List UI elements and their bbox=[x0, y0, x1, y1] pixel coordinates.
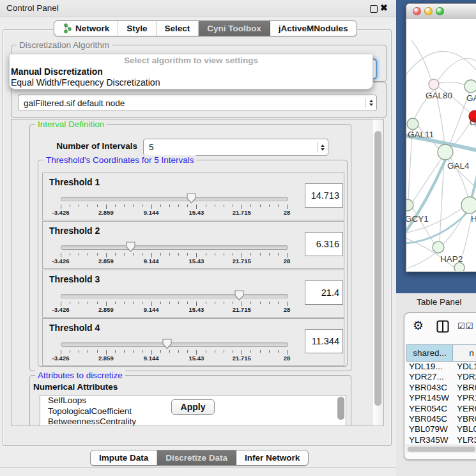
tab-select[interactable]: Select bbox=[157, 21, 199, 36]
slider-tick bbox=[269, 204, 270, 207]
slider-thumb[interactable] bbox=[186, 192, 197, 204]
scrollbar-thumb[interactable] bbox=[374, 131, 381, 406]
num-intervals-combo[interactable]: 5 bbox=[143, 139, 328, 156]
table-row[interactable]: YBR045CYBR0 bbox=[406, 414, 476, 424]
table-panel-title: Table Panel bbox=[417, 297, 462, 307]
node-label: HAP2 bbox=[440, 254, 463, 264]
slider-tick bbox=[187, 204, 188, 207]
gear-icon[interactable]: ⚙ bbox=[413, 318, 424, 333]
tab-label: Network bbox=[75, 24, 109, 33]
combo-spinner-icon[interactable] bbox=[365, 98, 376, 109]
table-row[interactable]: YBL079WYBL0 bbox=[406, 424, 476, 434]
slider-tick bbox=[278, 253, 279, 256]
slider-tick bbox=[233, 350, 233, 353]
settings-vertical-scrollbar[interactable] bbox=[372, 119, 383, 426]
tab-cyni-toolbox[interactable]: Cyni Toolbox bbox=[199, 21, 270, 36]
tab-infer-network[interactable]: Infer Network bbox=[236, 450, 308, 465]
threshold-value-field[interactable]: 21.4 bbox=[305, 280, 343, 305]
slider-tick bbox=[187, 253, 188, 256]
threshold-value-field[interactable]: 6.316 bbox=[305, 232, 343, 256]
table-horizontal-scrollbar[interactable] bbox=[406, 445, 476, 453]
tab-jactivemnodules[interactable]: jActiveMNodules bbox=[270, 21, 357, 36]
slider-tick bbox=[250, 302, 251, 304]
column-header-shared[interactable]: shared... bbox=[406, 344, 453, 362]
slider-thumb[interactable] bbox=[162, 337, 173, 349]
mac-close-icon[interactable] bbox=[413, 7, 421, 15]
hscrollbar-thumb[interactable] bbox=[408, 447, 475, 452]
network-canvas[interactable]: GAL80GACGAL11GAL4GCY1HAHAP2 bbox=[406, 19, 476, 271]
cell-name: YDR2 bbox=[454, 372, 476, 382]
slider-tick bbox=[97, 253, 98, 256]
slider-tick bbox=[206, 204, 206, 207]
num-intervals-spinner-icon[interactable] bbox=[317, 142, 328, 153]
slider-tick-label: 2.859 bbox=[87, 209, 125, 216]
slider-track[interactable] bbox=[61, 197, 288, 201]
tab-network[interactable]: Network bbox=[54, 21, 118, 36]
slider-thumb[interactable] bbox=[125, 240, 136, 252]
network-window-titlebar[interactable] bbox=[406, 4, 476, 19]
tab-impute-data[interactable]: Impute Data bbox=[91, 450, 157, 465]
close-icon[interactable]: ✖ bbox=[380, 3, 388, 13]
network-edge bbox=[443, 210, 466, 243]
num-intervals-label: Number of Intervals bbox=[56, 141, 137, 151]
slider-tick bbox=[169, 253, 170, 256]
slider-tick bbox=[233, 302, 233, 304]
columns-icon[interactable] bbox=[436, 320, 449, 333]
slider-tick bbox=[206, 350, 206, 353]
slider-tick bbox=[115, 204, 116, 207]
table-rows: YDL19...YDL1YDR27...YDR2YBR043CYBR0YPR14… bbox=[406, 362, 476, 445]
slider-tick bbox=[88, 204, 88, 207]
control-panel-titlebar: Control Panel ✖ bbox=[0, 0, 396, 17]
algorithm-option[interactable]: Equal Width/Frequency Discretization bbox=[10, 77, 372, 88]
node-label: HA bbox=[471, 214, 476, 224]
slider-tick bbox=[160, 350, 161, 353]
network-node[interactable] bbox=[406, 199, 413, 211]
tab-style[interactable]: Style bbox=[118, 21, 156, 36]
table-row[interactable]: YDL19...YDL1 bbox=[406, 362, 476, 372]
control-panel-tabs: NetworkStyleSelectCyni ToolboxjActiveMNo… bbox=[54, 20, 357, 36]
mac-minimize-icon[interactable] bbox=[424, 7, 433, 15]
column-header-name[interactable]: n bbox=[452, 344, 476, 362]
tab-label: Cyni Toolbox bbox=[207, 24, 261, 33]
network-node[interactable] bbox=[407, 118, 418, 130]
slider-tick bbox=[88, 350, 88, 353]
threshold-value-field[interactable]: 14.713 bbox=[305, 183, 343, 208]
slider-tick bbox=[206, 302, 206, 304]
table-row[interactable]: YPR145WYPR1 bbox=[406, 393, 476, 403]
slider-track[interactable] bbox=[61, 342, 288, 347]
slider-tick bbox=[169, 350, 170, 353]
cell-name: YDL1 bbox=[454, 362, 476, 372]
network-node[interactable] bbox=[433, 242, 444, 253]
settings-scroll-panel: Interval Definition Number of Intervals … bbox=[11, 119, 384, 426]
table-data-combo[interactable]: galFiltered.sif default node bbox=[18, 95, 377, 111]
slider-track[interactable] bbox=[61, 245, 288, 250]
float-window-icon[interactable] bbox=[370, 5, 378, 13]
table-row[interactable]: YDR27...YDR2 bbox=[406, 372, 476, 382]
network-node[interactable] bbox=[464, 80, 476, 93]
slider-thumb[interactable] bbox=[234, 289, 245, 301]
network-node[interactable] bbox=[438, 144, 453, 160]
slider-tick bbox=[260, 204, 261, 207]
attribute-item[interactable]: BetweennessCentrality bbox=[40, 417, 346, 426]
node-label: C bbox=[470, 118, 476, 127]
slider-tick bbox=[215, 350, 215, 353]
tab-discretize-data[interactable]: Discretize Data bbox=[157, 450, 236, 465]
attributes-list-scrollbar[interactable] bbox=[337, 397, 344, 420]
table-row[interactable]: YBR043CYBR0 bbox=[406, 383, 476, 393]
network-edge bbox=[438, 58, 476, 81]
slider-track[interactable] bbox=[61, 294, 288, 298]
slider-tick bbox=[70, 302, 70, 304]
network-node[interactable] bbox=[461, 197, 476, 213]
table-row[interactable]: YLR345WYLR3 bbox=[406, 435, 476, 445]
slider-tick-label: -3.426 bbox=[42, 257, 80, 265]
table-row[interactable]: YER054CYER0 bbox=[406, 404, 476, 414]
slider-tick-label: 2.859 bbox=[87, 257, 125, 265]
algorithm-option[interactable]: Manual Discretization bbox=[10, 66, 372, 77]
network-node[interactable] bbox=[429, 79, 439, 89]
checkboxes-icon[interactable]: ☑☑ bbox=[457, 321, 473, 331]
threshold-value-field[interactable]: 11.344 bbox=[305, 329, 343, 353]
slider-tick bbox=[133, 204, 134, 207]
slider-tick bbox=[79, 204, 79, 207]
mac-zoom-icon[interactable] bbox=[436, 7, 444, 15]
apply-button[interactable]: Apply bbox=[171, 399, 215, 415]
